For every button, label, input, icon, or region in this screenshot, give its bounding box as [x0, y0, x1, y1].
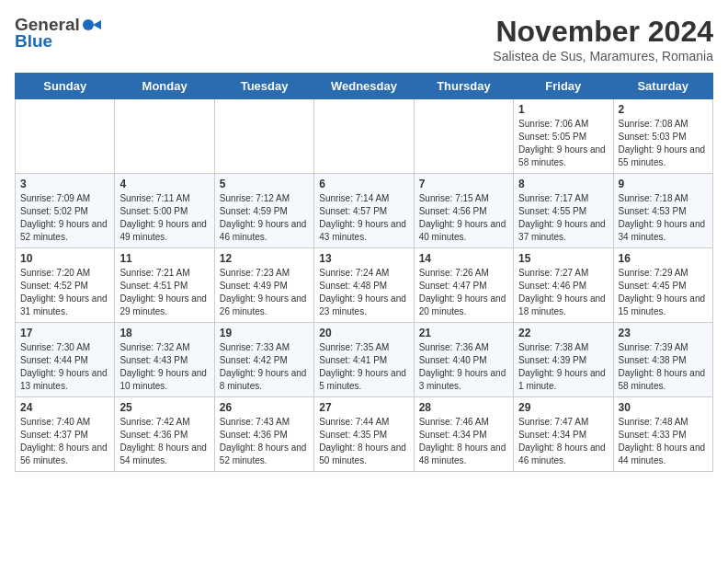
calendar-cell: 30Sunrise: 7:48 AMSunset: 4:33 PMDayligh…	[613, 397, 712, 472]
calendar-cell: 27Sunrise: 7:44 AMSunset: 4:35 PMDayligh…	[314, 397, 414, 472]
day-number: 6	[319, 178, 408, 190]
logo-blue: Blue	[15, 31, 52, 52]
calendar-cell: 20Sunrise: 7:35 AMSunset: 4:41 PMDayligh…	[314, 323, 414, 397]
calendar-cell: 8Sunrise: 7:17 AMSunset: 4:55 PMDaylight…	[514, 174, 613, 248]
day-info: Sunrise: 7:39 AMSunset: 4:38 PMDaylight:…	[619, 341, 708, 393]
calendar-cell: 13Sunrise: 7:24 AMSunset: 4:48 PMDayligh…	[314, 248, 414, 323]
day-number: 15	[518, 252, 608, 265]
day-info: Sunrise: 7:44 AMSunset: 4:35 PMDaylight:…	[319, 416, 408, 467]
calendar-cell: 25Sunrise: 7:42 AMSunset: 4:36 PMDayligh…	[115, 397, 214, 472]
day-number: 11	[119, 252, 209, 265]
day-info: Sunrise: 7:15 AMSunset: 4:56 PMDaylight:…	[419, 192, 508, 244]
weekday-header: Wednesday	[314, 74, 414, 99]
day-info: Sunrise: 7:20 AMSunset: 4:52 PMDaylight:…	[20, 267, 109, 318]
calendar-cell: 15Sunrise: 7:27 AMSunset: 4:46 PMDayligh…	[514, 248, 613, 323]
day-info: Sunrise: 7:06 AMSunset: 5:05 PMDaylight:…	[518, 118, 608, 169]
calendar-cell: 5Sunrise: 7:12 AMSunset: 4:59 PMDaylight…	[214, 174, 313, 248]
calendar-cell	[214, 99, 313, 174]
day-number: 2	[619, 103, 708, 116]
day-number: 16	[619, 252, 708, 265]
day-number: 28	[419, 401, 508, 414]
calendar-cell: 12Sunrise: 7:23 AMSunset: 4:49 PMDayligh…	[214, 248, 313, 323]
day-number: 14	[419, 252, 508, 265]
calendar-cell: 17Sunrise: 7:30 AMSunset: 4:44 PMDayligh…	[16, 323, 115, 397]
svg-marker-1	[93, 20, 101, 29]
day-number: 8	[518, 178, 608, 190]
day-number: 20	[319, 327, 408, 339]
day-info: Sunrise: 7:08 AMSunset: 5:03 PMDaylight:…	[619, 118, 708, 169]
weekday-header: Saturday	[613, 74, 712, 99]
day-info: Sunrise: 7:43 AMSunset: 4:36 PMDaylight:…	[220, 416, 309, 467]
calendar-week-row: 1Sunrise: 7:06 AMSunset: 5:05 PMDaylight…	[16, 99, 713, 174]
calendar-cell	[16, 99, 115, 174]
day-info: Sunrise: 7:42 AMSunset: 4:36 PMDaylight:…	[119, 416, 209, 467]
day-number: 10	[20, 252, 109, 265]
calendar-cell: 9Sunrise: 7:18 AMSunset: 4:53 PMDaylight…	[613, 174, 712, 248]
calendar-cell: 11Sunrise: 7:21 AMSunset: 4:51 PMDayligh…	[115, 248, 214, 323]
calendar-cell	[115, 99, 214, 174]
calendar-cell: 29Sunrise: 7:47 AMSunset: 4:34 PMDayligh…	[514, 397, 613, 472]
day-info: Sunrise: 7:46 AMSunset: 4:34 PMDaylight:…	[419, 416, 508, 467]
calendar-week-row: 24Sunrise: 7:40 AMSunset: 4:37 PMDayligh…	[16, 397, 713, 472]
month-title: November 2024	[493, 15, 713, 49]
day-info: Sunrise: 7:27 AMSunset: 4:46 PMDaylight:…	[518, 267, 608, 318]
weekday-header: Thursday	[414, 74, 513, 99]
day-number: 27	[319, 401, 408, 414]
day-info: Sunrise: 7:23 AMSunset: 4:49 PMDaylight:…	[220, 267, 309, 318]
weekday-header: Friday	[514, 74, 613, 99]
calendar-cell: 6Sunrise: 7:14 AMSunset: 4:57 PMDaylight…	[314, 174, 414, 248]
day-number: 24	[20, 401, 109, 414]
day-number: 12	[220, 252, 309, 265]
day-number: 23	[619, 327, 708, 339]
calendar-header-row: SundayMondayTuesdayWednesdayThursdayFrid…	[16, 74, 713, 99]
day-number: 4	[119, 178, 209, 190]
day-number: 13	[319, 252, 408, 265]
calendar-week-row: 3Sunrise: 7:09 AMSunset: 5:02 PMDaylight…	[16, 174, 713, 248]
calendar-week-row: 10Sunrise: 7:20 AMSunset: 4:52 PMDayligh…	[16, 248, 713, 323]
day-info: Sunrise: 7:17 AMSunset: 4:55 PMDaylight:…	[518, 192, 608, 244]
day-number: 29	[518, 401, 608, 414]
calendar-cell: 26Sunrise: 7:43 AMSunset: 4:36 PMDayligh…	[214, 397, 313, 472]
day-number: 1	[518, 103, 608, 116]
calendar-cell: 16Sunrise: 7:29 AMSunset: 4:45 PMDayligh…	[613, 248, 712, 323]
calendar-cell: 10Sunrise: 7:20 AMSunset: 4:52 PMDayligh…	[16, 248, 115, 323]
logo: General Blue	[15, 15, 102, 52]
day-info: Sunrise: 7:29 AMSunset: 4:45 PMDaylight:…	[619, 267, 708, 318]
day-info: Sunrise: 7:47 AMSunset: 4:34 PMDaylight:…	[518, 416, 608, 467]
calendar-cell	[314, 99, 414, 174]
calendar-table: SundayMondayTuesdayWednesdayThursdayFrid…	[15, 73, 713, 472]
day-number: 25	[119, 401, 209, 414]
calendar-cell: 28Sunrise: 7:46 AMSunset: 4:34 PMDayligh…	[414, 397, 513, 472]
calendar-cell: 23Sunrise: 7:39 AMSunset: 4:38 PMDayligh…	[613, 323, 712, 397]
day-info: Sunrise: 7:26 AMSunset: 4:47 PMDaylight:…	[419, 267, 508, 318]
calendar-cell: 21Sunrise: 7:36 AMSunset: 4:40 PMDayligh…	[414, 323, 513, 397]
day-number: 5	[220, 178, 309, 190]
day-number: 21	[419, 327, 508, 339]
day-info: Sunrise: 7:40 AMSunset: 4:37 PMDaylight:…	[20, 416, 109, 467]
day-info: Sunrise: 7:38 AMSunset: 4:39 PMDaylight:…	[518, 341, 608, 393]
day-info: Sunrise: 7:21 AMSunset: 4:51 PMDaylight:…	[119, 267, 209, 318]
calendar-cell: 4Sunrise: 7:11 AMSunset: 5:00 PMDaylight…	[115, 174, 214, 248]
calendar-cell: 2Sunrise: 7:08 AMSunset: 5:03 PMDaylight…	[613, 99, 712, 174]
calendar-cell: 14Sunrise: 7:26 AMSunset: 4:47 PMDayligh…	[414, 248, 513, 323]
calendar-cell	[414, 99, 513, 174]
day-number: 26	[220, 401, 309, 414]
calendar-cell: 3Sunrise: 7:09 AMSunset: 5:02 PMDaylight…	[16, 174, 115, 248]
calendar-cell: 1Sunrise: 7:06 AMSunset: 5:05 PMDaylight…	[514, 99, 613, 174]
day-number: 18	[119, 327, 209, 339]
day-number: 9	[619, 178, 708, 190]
day-info: Sunrise: 7:24 AMSunset: 4:48 PMDaylight:…	[319, 267, 408, 318]
day-number: 19	[220, 327, 309, 339]
weekday-header: Monday	[115, 74, 214, 99]
day-info: Sunrise: 7:35 AMSunset: 4:41 PMDaylight:…	[319, 341, 408, 393]
day-number: 7	[419, 178, 508, 190]
calendar-week-row: 17Sunrise: 7:30 AMSunset: 4:44 PMDayligh…	[16, 323, 713, 397]
calendar-cell: 7Sunrise: 7:15 AMSunset: 4:56 PMDaylight…	[414, 174, 513, 248]
day-info: Sunrise: 7:30 AMSunset: 4:44 PMDaylight:…	[20, 341, 109, 393]
title-area: November 2024 Salistea de Sus, Maramures…	[493, 15, 713, 63]
day-info: Sunrise: 7:09 AMSunset: 5:02 PMDaylight:…	[20, 192, 109, 244]
page-header: General Blue November 2024 Salistea de S…	[15, 15, 713, 63]
day-info: Sunrise: 7:32 AMSunset: 4:43 PMDaylight:…	[119, 341, 209, 393]
day-info: Sunrise: 7:11 AMSunset: 5:00 PMDaylight:…	[119, 192, 209, 244]
calendar-cell: 22Sunrise: 7:38 AMSunset: 4:39 PMDayligh…	[514, 323, 613, 397]
